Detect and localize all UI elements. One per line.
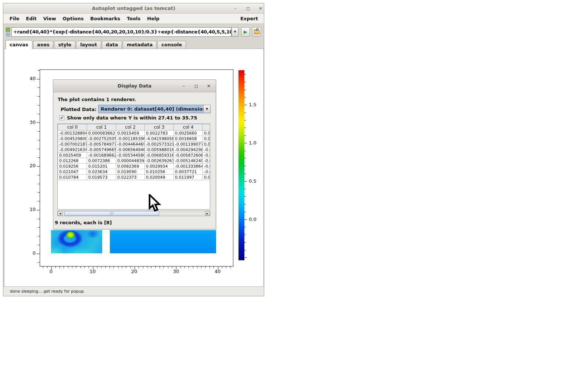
uri-dropdown-button[interactable]: ▼ bbox=[232, 27, 239, 37]
data-table-body: -0.001328804...0.0000836620.00154590.002… bbox=[58, 131, 211, 180]
table-row[interactable]: 0.0107840.0195730.0223730.0200490.011997… bbox=[58, 175, 211, 180]
plotted-data-select[interactable]: Renderer 0: dataset[40,40] (dimension...… bbox=[98, 105, 211, 113]
tab-style[interactable]: style bbox=[54, 41, 75, 49]
display-data-dialog: Display Data – ◻ ✕ The plot contains 1 r… bbox=[53, 79, 216, 229]
renderer-count-text: The plot contains 1 renderer. bbox=[58, 97, 136, 102]
tab-data[interactable]: data bbox=[102, 41, 122, 49]
dialog-minimize-icon[interactable]: – bbox=[180, 82, 188, 90]
table-row[interactable]: 0.0122680.00723860.000044839-0.002639263… bbox=[58, 158, 211, 164]
tab-metadata[interactable]: metadata bbox=[123, 41, 157, 49]
chevron-down-icon[interactable]: ▼ bbox=[203, 105, 210, 113]
play-icon: ▶ bbox=[244, 29, 247, 35]
tab-bar: canvas axes style layout data metadata c… bbox=[3, 40, 264, 49]
datasource-type-icon bbox=[6, 27, 11, 37]
scroll-left-icon[interactable]: ◀ bbox=[58, 211, 62, 216]
column-header[interactable]: col 3 bbox=[145, 124, 174, 131]
inspect-uri-button[interactable] bbox=[252, 27, 261, 37]
filter-checkbox-label: Show only data where Y is within 27.41 t… bbox=[67, 115, 197, 121]
plotted-data-value: Renderer 0: dataset[40,40] (dimension... bbox=[98, 105, 203, 113]
column-header[interactable]: col 4 bbox=[174, 124, 203, 131]
menu-bar: File Edit View Options Bookmarks Tools H… bbox=[3, 14, 264, 24]
app-window: Autoplot untagged (as tomcat) – ◻ ✕ File… bbox=[3, 3, 264, 296]
tab-canvas[interactable]: canvas bbox=[6, 40, 32, 49]
scrollbar-thumb[interactable]: ||| bbox=[64, 211, 159, 216]
records-summary: 9 records, each is [8] bbox=[55, 220, 112, 225]
column-header[interactable] bbox=[203, 124, 211, 131]
expert-toggle[interactable]: Expert bbox=[237, 14, 261, 23]
status-message: done sleeping... get ready for popup bbox=[10, 289, 84, 294]
table-row[interactable]: 0.0210470.0236340.0195900.0102560.003772… bbox=[58, 169, 211, 175]
close-icon[interactable]: ✕ bbox=[257, 5, 265, 12]
window-title: Autoplot untagged (as tomcat) bbox=[92, 6, 175, 11]
address-toolbar: +rand{40,40}*{exp{-distance{40,40,20,20,… bbox=[3, 24, 264, 40]
status-bar: done sleeping... get ready for popup bbox=[3, 286, 264, 296]
data-table-viewport[interactable]: col 0col 1col 2col 3col 4 -0.001328804..… bbox=[57, 124, 210, 210]
uri-input[interactable]: +rand{40,40}*{exp{-distance{40,40,20,20,… bbox=[11, 27, 232, 37]
mouse-cursor bbox=[148, 194, 162, 215]
chevron-down-icon: ▼ bbox=[234, 30, 236, 33]
menu-options[interactable]: Options bbox=[60, 14, 87, 23]
filter-checkbox[interactable]: ✔ bbox=[60, 115, 64, 120]
tab-console[interactable]: console bbox=[157, 41, 186, 49]
scroll-right-icon[interactable]: ▶ bbox=[205, 211, 210, 216]
minimize-icon[interactable]: – bbox=[232, 5, 240, 12]
horizontal-scrollbar[interactable]: ◀ ||| ▶ bbox=[57, 211, 210, 216]
dialog-title-bar[interactable]: Display Data – ◻ ✕ bbox=[53, 80, 216, 92]
data-table: col 0col 1col 2col 3col 4 -0.001328804..… bbox=[58, 124, 210, 180]
maximize-icon[interactable]: ◻ bbox=[244, 5, 252, 12]
table-header-row[interactable]: col 0col 1col 2col 3col 4 bbox=[58, 124, 211, 131]
menu-help[interactable]: Help bbox=[144, 14, 162, 23]
menu-bookmarks[interactable]: Bookmarks bbox=[87, 14, 124, 23]
plotted-data-label: Plotted Data: bbox=[61, 107, 97, 112]
title-bar[interactable]: Autoplot untagged (as tomcat) – ◻ ✕ bbox=[3, 3, 264, 14]
dialog-close-icon[interactable]: ✕ bbox=[205, 82, 213, 90]
magnifier-icon bbox=[256, 28, 259, 31]
menu-view[interactable]: View bbox=[40, 14, 59, 23]
check-icon: ✔ bbox=[60, 115, 64, 120]
table-row[interactable]: -0.004529800...-0.002752505...-0.0011853… bbox=[58, 136, 211, 142]
green-square-icon bbox=[6, 28, 10, 32]
table-row[interactable]: -0.001328804...0.0000836620.00154590.002… bbox=[58, 131, 211, 136]
column-header[interactable]: col 2 bbox=[116, 124, 145, 131]
tab-layout[interactable]: layout bbox=[76, 41, 101, 49]
go-button[interactable]: ▶ bbox=[241, 27, 250, 37]
column-header[interactable]: col 0 bbox=[58, 124, 87, 131]
tab-axes[interactable]: axes bbox=[33, 41, 54, 49]
table-row[interactable]: -0.007002187...-0.005784977...-0.0044644… bbox=[58, 142, 211, 147]
menu-edit[interactable]: Edit bbox=[23, 14, 40, 23]
table-row[interactable]: 0.0192560.0152010.00823690.0029934-0.001… bbox=[58, 164, 211, 169]
menu-tools[interactable]: Tools bbox=[123, 14, 144, 23]
dialog-title: Display Data bbox=[118, 83, 152, 89]
blue-square-icon bbox=[6, 33, 10, 36]
table-row[interactable]: -0.004921634...-0.005749665...-0.0065649… bbox=[58, 147, 211, 153]
dialog-maximize-icon[interactable]: ◻ bbox=[192, 82, 200, 90]
column-header[interactable]: col 1 bbox=[87, 124, 116, 131]
table-row[interactable]: 0.0025409-0.001689662...-0.005344580...-… bbox=[58, 153, 211, 158]
menu-file[interactable]: File bbox=[6, 14, 23, 23]
